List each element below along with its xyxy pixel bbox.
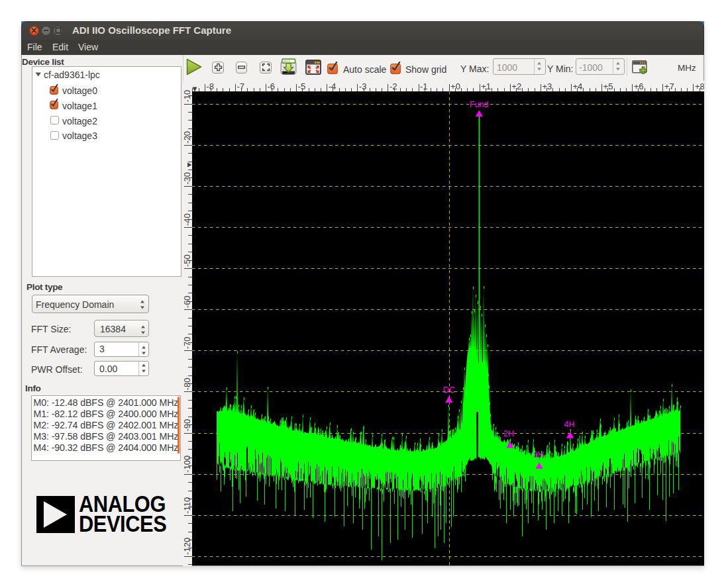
svg-text:-90: -90 (182, 419, 192, 432)
svg-text:-2: -2 (389, 81, 397, 91)
svg-text:-30: -30 (182, 172, 192, 185)
svg-text:-3: -3 (359, 81, 367, 91)
svg-text:+2: +2 (511, 81, 521, 91)
svg-text:+6: +6 (634, 81, 644, 91)
svg-text:+5: +5 (603, 81, 613, 91)
svg-text:-100: -100 (182, 456, 192, 473)
svg-text:-6: -6 (268, 81, 276, 91)
svg-text:-4: -4 (329, 81, 337, 91)
svg-text:-20: -20 (182, 131, 192, 144)
svg-text:-70: -70 (182, 337, 192, 350)
svg-text:-110: -110 (182, 497, 192, 514)
svg-text:4H: 4H (564, 420, 575, 429)
svg-text:-60: -60 (182, 295, 192, 308)
svg-text:-80: -80 (182, 378, 192, 391)
svg-text:-8: -8 (206, 81, 214, 91)
svg-text:-120: -120 (182, 538, 192, 555)
svg-text:+3: +3 (542, 81, 552, 91)
svg-text:2H: 2H (503, 429, 514, 438)
svg-text:-1: -1 (420, 81, 428, 91)
svg-text:DC: DC (443, 385, 455, 395)
svg-text:+8: +8 (695, 81, 704, 91)
svg-text:+1: +1 (481, 81, 491, 91)
svg-text:Fund: Fund (470, 100, 489, 109)
svg-text:-5: -5 (298, 81, 306, 91)
svg-text:+4: +4 (573, 81, 583, 91)
svg-text:-40: -40 (182, 213, 192, 226)
svg-text:+0: +0 (450, 81, 460, 91)
svg-text:-50: -50 (182, 254, 192, 267)
svg-text:+7: +7 (664, 81, 674, 91)
svg-text:-7: -7 (236, 81, 244, 91)
svg-text:3H: 3H (533, 450, 544, 460)
svg-text:-10: -10 (182, 90, 192, 103)
